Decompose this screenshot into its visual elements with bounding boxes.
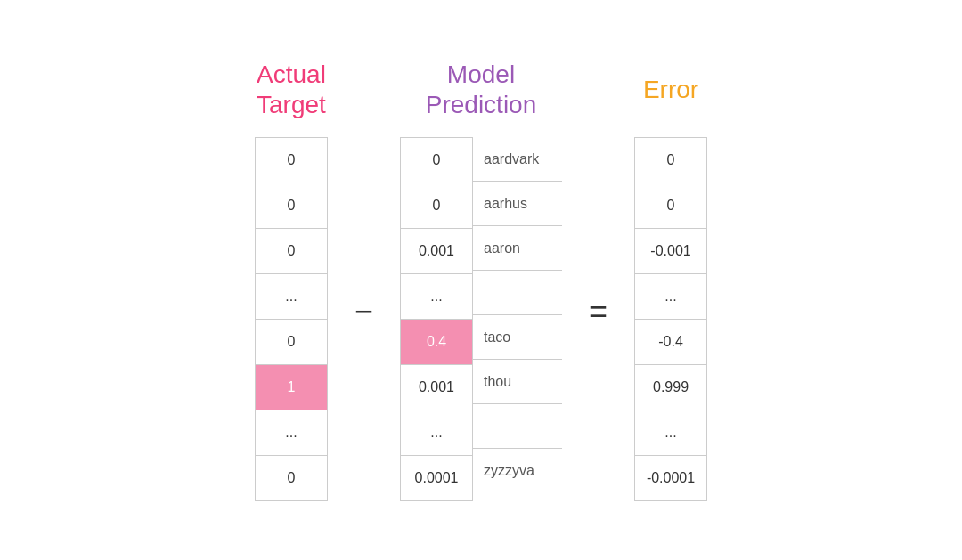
table-row: 0 — [256, 229, 327, 274]
error-section: Error 00-0.001...-0.40.999...-0.0001 — [634, 59, 707, 501]
actual-cell-0: 0 — [256, 138, 327, 183]
error-cell-6: ... — [635, 410, 706, 455]
pred-num-cell-6: ... — [401, 410, 472, 455]
pred-label-cell-1: aarhus — [473, 182, 562, 226]
table-row: 0.001 — [401, 229, 472, 274]
actual-table: 000...01...0 — [255, 137, 328, 501]
table-row: 0.999 — [635, 365, 706, 410]
error-title: Error — [643, 59, 698, 121]
table-row: 0 — [401, 138, 472, 183]
equals-operator: = — [589, 293, 607, 330]
main-container: Actual Target 000...01...0 − Model Predi… — [255, 59, 707, 501]
pred-num-cell-0: 0 — [401, 138, 472, 183]
prediction-numbers: 000.001...0.40.001...0.0001 — [400, 137, 473, 501]
actual-section: Actual Target 000...01...0 — [255, 59, 328, 501]
table-row: 0 — [635, 183, 706, 229]
prediction-labels: aardvarkaarhusaarontacothouzyzzyva — [473, 137, 562, 501]
pred-label-cell-5: thou — [473, 360, 562, 404]
actual-cell-6: ... — [256, 410, 327, 455]
table-row: ... — [256, 410, 327, 456]
table-row: 0 — [256, 138, 327, 183]
pred-label-cell-7: zyzzyva — [473, 449, 562, 493]
prediction-title: Model Prediction — [426, 59, 537, 121]
pred-label-cell-0: aardvark — [473, 137, 562, 182]
actual-cell-1: 0 — [256, 183, 327, 228]
pred-label-cell-2: aaron — [473, 226, 562, 271]
table-row: 0 — [256, 456, 327, 500]
actual-title-line1: Actual — [257, 60, 326, 90]
prediction-table: 000.001...0.40.001...0.0001 aardvarkaarh… — [400, 137, 562, 501]
prediction-title-line2: Prediction — [426, 90, 537, 120]
pred-num-cell-2: 0.001 — [401, 229, 472, 273]
error-cell-7: -0.0001 — [635, 456, 706, 500]
table-row: -0.4 — [635, 320, 706, 365]
pred-label-cell-6 — [473, 404, 562, 449]
table-row: 0 — [256, 183, 327, 229]
actual-title: Actual Target — [257, 59, 326, 121]
error-cell-5: 0.999 — [635, 365, 706, 410]
table-row: ... — [635, 274, 706, 320]
table-row: ... — [401, 410, 472, 456]
pred-num-cell-4: 0.4 — [401, 320, 472, 364]
error-cell-2: -0.001 — [635, 229, 706, 273]
error-cell-4: -0.4 — [635, 320, 706, 364]
table-row: -0.001 — [635, 229, 706, 274]
table-row: 0 — [256, 320, 327, 365]
actual-title-line2: Target — [257, 90, 326, 120]
pred-label-cell-3 — [473, 271, 562, 315]
pred-num-cell-5: 0.001 — [401, 365, 472, 410]
actual-cell-7: 0 — [256, 456, 327, 500]
minus-operator: − — [355, 293, 373, 330]
table-row: 0.0001 — [401, 456, 472, 500]
actual-cell-4: 0 — [256, 320, 327, 364]
table-row: 0.001 — [401, 365, 472, 410]
actual-cell-3: ... — [256, 274, 327, 319]
table-row: 0 — [401, 183, 472, 229]
pred-num-cell-3: ... — [401, 274, 472, 319]
error-title-text: Error — [643, 75, 698, 105]
table-row: -0.0001 — [635, 456, 706, 500]
pred-num-cell-1: 0 — [401, 183, 472, 228]
prediction-section: Model Prediction 000.001...0.40.001...0.… — [400, 59, 562, 501]
table-row: 0 — [635, 138, 706, 183]
actual-cell-5: 1 — [256, 365, 327, 410]
error-cell-1: 0 — [635, 183, 706, 228]
pred-num-cell-7: 0.0001 — [401, 456, 472, 500]
actual-cell-2: 0 — [256, 229, 327, 273]
error-table: 00-0.001...-0.40.999...-0.0001 — [634, 137, 707, 501]
table-row: 0.4 — [401, 320, 472, 365]
prediction-title-line1: Model — [426, 60, 537, 90]
table-row: 1 — [256, 365, 327, 410]
pred-label-cell-4: taco — [473, 315, 562, 360]
table-row: ... — [256, 274, 327, 320]
table-row: ... — [635, 410, 706, 456]
error-cell-3: ... — [635, 274, 706, 319]
table-row: ... — [401, 274, 472, 320]
error-cell-0: 0 — [635, 138, 706, 183]
